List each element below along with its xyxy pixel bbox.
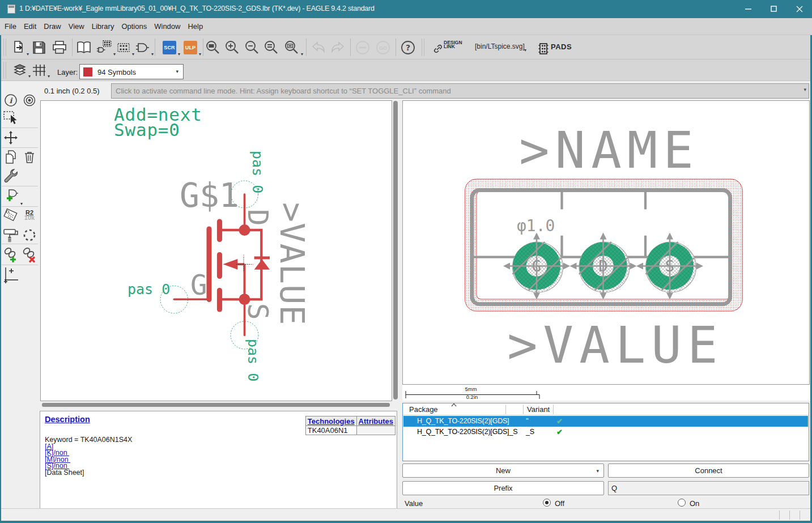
open-file-icon <box>11 40 26 55</box>
run-ulp-button[interactable]: ULP ▾ <box>182 39 199 56</box>
symbol-drawing: Add=next Swap=0 G$1 >VALUE D G S pas 0 p… <box>41 101 392 401</box>
command-line-input[interactable] <box>111 83 809 99</box>
value-on-radio[interactable] <box>678 499 686 507</box>
menu-draw[interactable]: Draw <box>44 22 61 31</box>
name-tool[interactable] <box>2 206 19 223</box>
svg-text:i: i <box>10 96 13 105</box>
command-row: 0.1 inch (0.2 0.5) ▾ <box>40 81 812 101</box>
value-off-radio[interactable] <box>543 499 551 507</box>
technology-value[interactable]: TK40A06N1 <box>305 426 356 435</box>
zoom-in-button[interactable] <box>224 39 241 56</box>
prefix-value-field[interactable]: Q <box>608 481 809 495</box>
library-overview-button[interactable] <box>75 39 92 56</box>
pad-array-tool[interactable] <box>21 227 38 244</box>
description-link[interactable]: Description <box>45 415 90 424</box>
stop-button[interactable] <box>354 39 371 56</box>
zoom-select-button[interactable] <box>263 39 280 56</box>
package-row-1[interactable]: H_Q_TK_TO-220SIS(2)[GDS] '' ✔ <box>403 416 808 427</box>
device-mode-button[interactable]: ▾ <box>96 39 113 56</box>
value-tool[interactable]: R210k <box>21 207 38 224</box>
toolbar-grip-3[interactable] <box>3 62 4 79</box>
ltspice-dropdown[interactable]: [bin/LTspice.svg] <box>475 42 525 50</box>
add-gate-icon <box>2 186 19 203</box>
menu-file[interactable]: File <box>5 22 16 31</box>
symbol-mode-button[interactable]: ▾ <box>134 39 151 56</box>
toolbar-grip-2[interactable] <box>422 39 422 56</box>
datasheet-line: [Data Sheet] <box>45 470 132 477</box>
close-button[interactable] <box>787 0 812 18</box>
link-add-tool[interactable] <box>2 246 19 263</box>
bulk-arrow <box>223 259 238 270</box>
show-tool[interactable] <box>21 92 38 109</box>
layer-settings-button[interactable]: ▾ <box>11 62 28 79</box>
package-mode-button[interactable]: ▾ <box>115 39 132 56</box>
package-drawing: >NAME >VALUE φ1.0 G <box>403 101 809 384</box>
eye-icon <box>22 93 37 108</box>
copy-tool[interactable] <box>2 148 19 165</box>
attributes-header[interactable]: Attributes <box>356 416 395 426</box>
menu-library[interactable]: Library <box>92 22 114 31</box>
undo-button[interactable] <box>311 39 328 56</box>
print-button[interactable] <box>51 39 68 56</box>
minimize-button[interactable] <box>736 0 761 18</box>
package-row-2[interactable]: H_Q_TK_TO-220SIS(2)[GDS]_S _S ✔ <box>403 427 808 437</box>
pads-button[interactable] <box>535 40 552 57</box>
menu-view[interactable]: View <box>69 22 84 31</box>
go-button[interactable]: GO <box>375 39 392 56</box>
grid-button[interactable]: ▾ <box>31 62 48 79</box>
symbol-canvas-hscrollbar[interactable] <box>40 402 392 408</box>
paint-tool[interactable] <box>2 227 19 244</box>
open-library-button[interactable]: ▾ <box>10 39 27 56</box>
menu-help[interactable]: Help <box>188 22 203 31</box>
prefix-button[interactable]: Prefix <box>402 481 604 495</box>
toolbar-grip[interactable] <box>3 39 4 56</box>
layer-color-swatch <box>83 67 92 76</box>
layer-combo-caret-icon: ▾ <box>176 69 178 74</box>
menu-options[interactable]: Options <box>121 22 147 31</box>
symbol-icon <box>135 40 151 55</box>
select-group-tool[interactable] <box>2 109 19 126</box>
change-tool[interactable] <box>2 167 19 184</box>
delete-tool[interactable] <box>21 148 38 165</box>
save-button[interactable] <box>31 39 48 56</box>
value-on-label[interactable]: On <box>690 499 699 508</box>
zoom-fit-button[interactable] <box>205 39 222 56</box>
tool-palette: i <box>0 81 40 523</box>
vscroll-thumb[interactable] <box>393 101 398 399</box>
command-history-caret-icon[interactable]: ▾ <box>804 87 806 92</box>
origin-mark-tool[interactable] <box>2 266 19 283</box>
link-remove-tool[interactable] <box>21 246 38 263</box>
wrench-icon <box>3 168 19 184</box>
symbol-gate-name: G$1 <box>180 176 239 215</box>
symbol-pin-d-direction: pas 0 <box>249 151 266 193</box>
add-part-tool[interactable]: ▾ <box>2 186 19 203</box>
maximize-button[interactable] <box>761 0 787 18</box>
design-link-label[interactable]: DESIGN LINK <box>444 41 462 49</box>
menu-window[interactable]: Window <box>154 22 180 31</box>
name-tag-icon <box>2 206 19 223</box>
variant-column-header[interactable]: Variant <box>527 405 550 414</box>
package-table-header[interactable]: Package Variant <box>403 403 809 415</box>
info-tool[interactable]: i <box>2 92 19 109</box>
move-tool[interactable] <box>2 129 19 146</box>
connect-button[interactable]: Connect <box>608 464 809 478</box>
value-off-label[interactable]: Off <box>555 499 564 508</box>
redo-button[interactable] <box>329 39 346 56</box>
drain-junction-dot <box>239 224 250 236</box>
help-button[interactable]: ? <box>399 39 416 56</box>
technologies-header[interactable]: Technologies <box>305 416 356 426</box>
run-script-button[interactable]: SCR ▾ <box>161 39 178 56</box>
new-button[interactable]: New ▾ <box>402 464 604 478</box>
package-column-header[interactable]: Package <box>409 405 438 414</box>
package-canvas[interactable]: >NAME >VALUE φ1.0 G <box>402 100 810 385</box>
symbol-canvas[interactable]: Add=next Swap=0 G$1 >VALUE D G S pas 0 p… <box>40 100 392 401</box>
symbol-canvas-vscrollbar[interactable] <box>392 101 399 401</box>
zoom-out-button[interactable] <box>244 39 261 56</box>
pads-label[interactable]: PADS <box>551 42 572 51</box>
hscroll-thumb[interactable] <box>42 403 390 407</box>
layer-select[interactable]: 94 Symbols ▾ <box>79 64 184 79</box>
menu-edit[interactable]: Edit <box>24 22 36 31</box>
scale-bar: 5mm 0.2in <box>402 385 810 401</box>
zoom-redraw-button[interactable]: ▾ <box>283 39 300 56</box>
scr-icon: SCR <box>163 41 176 54</box>
